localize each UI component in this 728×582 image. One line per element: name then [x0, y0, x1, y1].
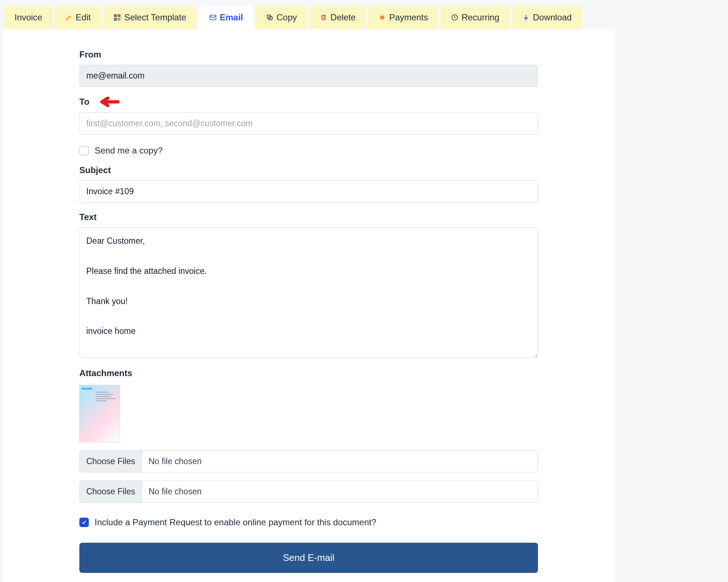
to-input[interactable] — [79, 112, 538, 135]
tab-invoice[interactable]: Invoice — [4, 6, 52, 29]
attachment-thumb-title: INVOICE — [82, 387, 92, 390]
circle-icon — [378, 13, 386, 21]
send-email-button[interactable]: Send E-mail — [79, 543, 538, 573]
tab-label: Email — [220, 12, 243, 23]
choose-files-button[interactable]: Choose Files — [80, 451, 142, 472]
email-panel: From me@email.com To Send me a copy? Sub… — [3, 29, 614, 582]
tab-email[interactable]: Email — [199, 6, 253, 29]
envelope-icon — [209, 13, 217, 21]
tab-label: Payments — [389, 12, 428, 23]
copy-icon — [266, 13, 274, 21]
tab-label: Recurring — [462, 12, 499, 23]
payment-request-label: Include a Payment Request to enable onli… — [95, 517, 376, 527]
text-input[interactable] — [79, 227, 538, 358]
tab-select-template[interactable]: Select Template — [103, 6, 196, 29]
payment-request-checkbox[interactable] — [79, 518, 89, 527]
svg-point-3 — [380, 15, 384, 20]
tab-label: Select Template — [124, 12, 186, 23]
tab-label: Delete — [331, 12, 356, 23]
file-picker-status: No file chosen — [142, 451, 208, 472]
file-picker-status: No file chosen — [142, 481, 208, 502]
trash-icon — [320, 13, 328, 21]
send-copy-checkbox[interactable] — [79, 146, 89, 155]
download-icon — [522, 13, 530, 21]
tab-bar: Invoice Edit Select Template Email Copy — [3, 6, 614, 29]
attachment-thumb-lines — [96, 392, 118, 403]
subject-label: Subject — [79, 165, 538, 175]
tab-label: Copy — [277, 12, 297, 23]
text-label: Text — [79, 212, 538, 222]
tab-delete[interactable]: Delete — [309, 6, 366, 29]
subject-input[interactable] — [79, 180, 538, 203]
tab-label: Invoice — [15, 12, 42, 23]
tab-recurring[interactable]: Recurring — [440, 6, 510, 29]
arrow-annotation-icon — [97, 96, 121, 107]
tab-edit[interactable]: Edit — [55, 6, 101, 29]
tab-label: Download — [533, 12, 572, 23]
clock-icon — [451, 13, 459, 21]
tab-copy[interactable]: Copy — [256, 6, 307, 29]
tab-payments[interactable]: Payments — [368, 6, 438, 29]
from-field: me@email.com — [79, 65, 538, 87]
file-picker-1[interactable]: Choose Files No file chosen — [79, 450, 538, 473]
tab-label: Edit — [76, 12, 91, 23]
from-label: From — [79, 49, 538, 60]
send-copy-label: Send me a copy? — [95, 146, 163, 156]
to-label-text: To — [79, 97, 90, 107]
pencil-icon — [65, 13, 73, 21]
attachments-label: Attachments — [79, 368, 538, 378]
to-label: To — [79, 96, 538, 107]
choose-files-button[interactable]: Choose Files — [80, 481, 142, 502]
attachment-thumbnail[interactable]: INVOICE — [79, 385, 120, 442]
file-picker-2[interactable]: Choose Files No file chosen — [79, 481, 538, 503]
tab-download[interactable]: Download — [512, 6, 582, 29]
grid-icon — [113, 13, 121, 21]
